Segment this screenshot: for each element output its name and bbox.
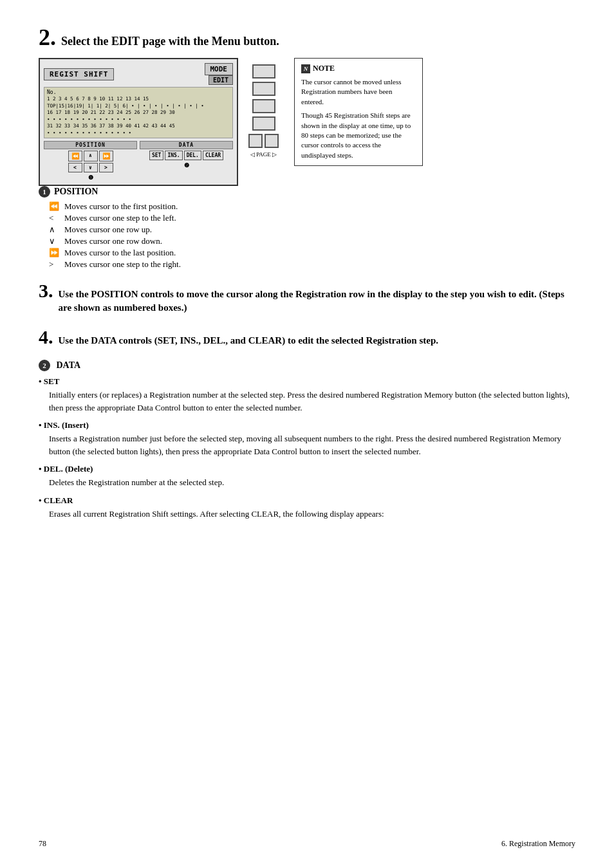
page-indicator: ◁ PAGE ▷: [250, 151, 277, 158]
data-del-text: Deletes the Registration number at the s…: [39, 476, 575, 489]
position-section-label: POSITION: [44, 141, 137, 149]
position-title: 1POSITION: [39, 186, 575, 198]
arrow-right: >: [49, 259, 59, 270]
data-del: • DEL. (Delete) Deletes the Registration…: [39, 464, 575, 489]
btn-left[interactable]: <: [68, 163, 82, 172]
step4-text: Use the DATA controls (SET, INS., DEL., …: [59, 334, 439, 347]
position-item-5: ⏩ Moves cursor to the last position.: [49, 248, 575, 258]
lcd-panel: REGIST SHIFT MODE EDIT No. 1 2 3 4 5 6 7…: [39, 58, 238, 186]
btn-right[interactable]: >: [99, 163, 113, 172]
lcd-row3-labels: 31 32 33 34 35 36 37 38 39 40 41 42 43 4…: [47, 123, 230, 130]
arrow-last: ⏩: [49, 248, 59, 258]
btn-set[interactable]: SET: [149, 151, 163, 160]
data-ins: • INS. (Insert) Inserts a Registration n…: [39, 420, 575, 457]
position-list: ⏪ Moves cursor to the first position. < …: [39, 201, 575, 270]
position-item-2: < Moves cursor one step to the left.: [49, 213, 575, 223]
btn-ins[interactable]: INS.: [165, 151, 182, 160]
arrow-down: ∨: [49, 236, 59, 246]
no-label: No.: [47, 89, 230, 96]
data-del-label: • DEL. (Delete): [39, 464, 575, 474]
right-btn-5b[interactable]: [265, 134, 279, 148]
position-circle: 1: [39, 186, 50, 198]
data-clear-label: • CLEAR: [39, 495, 575, 506]
circle2-label: ❷: [140, 162, 233, 169]
circle1-label: ❶: [44, 174, 137, 181]
lcd-row2-labels: 16 17 18 19 20 21 22 23 24 25 26 27 28 2…: [47, 109, 230, 116]
step4-heading: 4. Use the DATA controls (SET, INS., DEL…: [39, 326, 575, 348]
right-btn-5-row: [248, 134, 279, 148]
footer-center: 6. Registration Memory: [501, 839, 575, 849]
page-right-arrow: ▷: [272, 151, 277, 158]
position-bottom-buttons: < ∨ >: [44, 163, 137, 172]
right-btn-4[interactable]: [252, 116, 275, 131]
data-title-text: DATA: [57, 360, 81, 370]
step3-heading: 3. Use the POSITION controls to move the…: [39, 280, 575, 315]
right-panel: ◁ PAGE ▷: [248, 64, 279, 158]
arrow-first: ⏪: [49, 201, 59, 212]
data-clear: • CLEAR Erases all current Registration …: [39, 495, 575, 521]
data-buttons: SET INS. DEL. CLEAR: [140, 151, 233, 160]
step2-heading: 2. Select the EDIT page with the Menu bu…: [39, 26, 575, 49]
data-set-label: • SET: [39, 376, 575, 387]
note-box: N NOTE The cursor cannot be moved unless…: [294, 58, 423, 166]
position-item-5-text: Moves cursor to the last position.: [64, 248, 176, 258]
data-ins-text: Inserts a Registration number just befor…: [39, 432, 575, 457]
arrow-left: <: [49, 213, 59, 223]
data-circle: 2: [39, 360, 50, 371]
data-section: 2 DATA • SET Initially enters (or replac…: [39, 360, 575, 520]
lcd-header: REGIST SHIFT MODE EDIT: [44, 63, 233, 85]
position-item-3: ∧ Moves cursor one row up.: [49, 225, 575, 235]
right-btn-5a[interactable]: [248, 134, 263, 148]
note-label: NOTE: [313, 64, 335, 73]
step2-number: 2.: [39, 26, 56, 49]
data-title: 2 DATA: [39, 360, 575, 371]
step3-number: 3.: [39, 280, 53, 302]
step4-number: 4.: [39, 326, 53, 348]
page-number: 78: [39, 839, 46, 849]
data-section-label: DATA: [140, 141, 233, 149]
data-set-text: Initially enters (or replaces) a Registr…: [39, 389, 575, 414]
note-bullet2: Though 45 Registration Shift steps are s…: [301, 111, 416, 160]
position-item-1-text: Moves cursor to the first position.: [64, 201, 178, 212]
data-clear-text: Erases all current Registration Shift se…: [39, 508, 575, 521]
arrow-up: ∧: [49, 225, 59, 235]
position-item-2-text: Moves cursor one step to the left.: [64, 213, 176, 223]
position-item-6-text: Moves cursor one step to the right.: [64, 259, 181, 270]
page-label: PAGE: [256, 151, 271, 158]
lcd-row3-data: • • • • • • • • • • • • • • •: [47, 130, 230, 137]
position-item-3-text: Moves cursor one row up.: [64, 225, 152, 235]
display-area: REGIST SHIFT MODE EDIT No. 1 2 3 4 5 6 7…: [39, 58, 575, 186]
footer: 78 6. Registration Memory: [39, 839, 575, 849]
note-title: N NOTE: [301, 64, 416, 73]
right-btn-3[interactable]: [252, 99, 275, 113]
position-section: 1POSITION ⏪ Moves cursor to the first po…: [39, 186, 575, 270]
right-btn-2[interactable]: [252, 82, 275, 96]
lcd-top-row: TOP|15|16|19| 1| 1| 2| 5| 6| • | • | • |…: [47, 103, 230, 110]
data-control-section: DATA SET INS. DEL. CLEAR ❷: [140, 141, 233, 181]
position-title-text: POSITION: [54, 187, 98, 196]
position-item-1: ⏪ Moves cursor to the first position.: [49, 201, 575, 212]
page-left-arrow: ◁: [250, 151, 255, 158]
position-item-4: ∨ Moves cursor one row down.: [49, 236, 575, 246]
btn-up[interactable]: ∧: [84, 151, 98, 162]
btn-down[interactable]: ∨: [84, 163, 98, 172]
lcd-row2-data: • • • • • • • • • • • • • • •: [47, 116, 230, 124]
data-set: • SET Initially enters (or replaces) a R…: [39, 376, 575, 414]
btn-del[interactable]: DEL.: [184, 151, 201, 160]
lcd-bottom-controls: POSITION ⏪ ∧ ⏩ < ∨ > ❶ DATA SET INS.: [44, 141, 233, 181]
btn-first[interactable]: ⏪: [68, 151, 82, 162]
step4-block: 4. Use the DATA controls (SET, INS., DEL…: [39, 326, 575, 348]
btn-last[interactable]: ⏩: [99, 151, 113, 162]
lcd-row1: 1 2 3 4 5 6 7 8 9 10 11 12 13 14 15: [47, 96, 230, 103]
position-item-4-text: Moves cursor one row down.: [64, 236, 162, 246]
note-icon: N: [301, 64, 310, 73]
step3-block: 3. Use the POSITION controls to move the…: [39, 280, 575, 315]
step3-text: Use the POSITION controls to move the cu…: [59, 288, 576, 315]
right-btn-1[interactable]: [252, 64, 275, 78]
position-top-buttons: ⏪ ∧ ⏩: [44, 151, 137, 162]
data-ins-label: • INS. (Insert): [39, 420, 575, 430]
lcd-number-grid: No. 1 2 3 4 5 6 7 8 9 10 11 12 13 14 15 …: [44, 87, 233, 138]
step2-text: Select the EDIT page with the Menu butto…: [61, 35, 279, 48]
btn-clear[interactable]: CLEAR: [203, 151, 223, 160]
mode-edit-col: MODE EDIT: [205, 63, 234, 85]
